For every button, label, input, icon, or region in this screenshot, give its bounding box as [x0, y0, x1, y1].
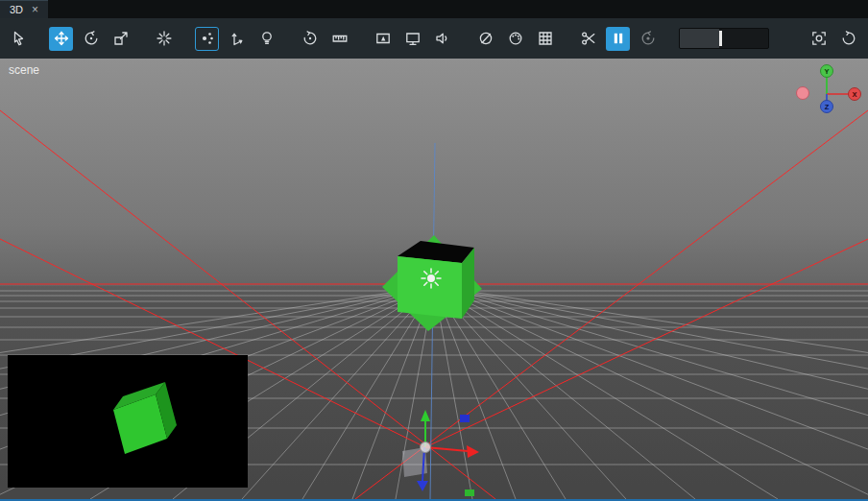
hide-objects-button[interactable] — [473, 27, 497, 51]
lightbulb-icon — [258, 30, 276, 47]
vertex-snap-toggle[interactable] — [195, 27, 219, 51]
toolbar — [0, 18, 868, 59]
reset-camera-button[interactable] — [836, 27, 860, 51]
orbit-camera-button[interactable] — [298, 27, 322, 51]
capture-icon — [810, 30, 828, 47]
dots-icon — [199, 30, 216, 47]
tab-3d[interactable]: 3D × — [0, 0, 48, 18]
rotate-icon — [83, 30, 100, 47]
ruler-button[interactable] — [327, 27, 351, 51]
cut-tool-button[interactable] — [576, 27, 600, 51]
grid-icon — [537, 30, 554, 47]
scissors-icon — [580, 30, 597, 47]
speaker-icon — [434, 30, 451, 47]
gizmo-blue-handle[interactable] — [460, 415, 470, 422]
axis-negative-ball[interactable] — [797, 87, 809, 100]
axis-gizmo-toggle[interactable] — [225, 27, 249, 51]
pause-button[interactable] — [606, 27, 630, 51]
loop-icon — [639, 30, 657, 47]
orbit-icon — [301, 30, 319, 47]
camera-monitor-icon — [374, 30, 392, 47]
palette-icon — [507, 30, 524, 47]
move-tool-button[interactable] — [49, 27, 73, 51]
preview-window — [8, 355, 248, 488]
ruler-icon — [331, 30, 349, 47]
loop-button[interactable] — [636, 27, 660, 51]
camera-view-button[interactable] — [371, 27, 395, 51]
gizmo-center[interactable] — [421, 442, 431, 453]
viewport[interactable]: Y X Z scene — [0, 59, 868, 501]
select-tool-button[interactable] — [6, 27, 30, 51]
light-gizmo[interactable] — [422, 269, 441, 288]
rotate-tool-button[interactable] — [79, 27, 103, 51]
axis-y-label: Y — [824, 67, 829, 76]
eye-slash-icon — [477, 30, 494, 47]
capture-screenshot-button[interactable] — [807, 27, 831, 51]
app-window: 3D × — [0, 0, 868, 501]
slider-fill — [680, 29, 719, 48]
orientation-gizmo[interactable]: Y X Z — [797, 65, 861, 113]
axis-x-label: X — [852, 90, 856, 99]
viewport-canvas[interactable]: Y X Z — [0, 59, 868, 499]
tab-title: 3D — [10, 4, 23, 15]
audio-button[interactable] — [430, 27, 454, 51]
monitor-view-button[interactable] — [400, 27, 424, 51]
starburst-icon — [156, 30, 173, 47]
center-pivot-button[interactable] — [152, 27, 176, 51]
move-arrows-icon — [53, 30, 70, 47]
monitor-icon — [404, 30, 422, 47]
tab-close-icon[interactable]: × — [32, 4, 38, 15]
slider-handle[interactable] — [719, 31, 722, 46]
scene-label: scene — [9, 63, 39, 77]
reset-icon — [840, 30, 857, 47]
tab-bar: 3D × — [0, 0, 868, 18]
light-toggle-button[interactable] — [254, 27, 278, 51]
axis-arrow-icon — [229, 30, 246, 47]
grid-toggle-button[interactable] — [533, 27, 557, 51]
scale-icon — [112, 30, 130, 47]
pointer-icon — [10, 30, 27, 47]
gizmo-green-handle[interactable] — [465, 489, 474, 496]
axis-z-label: Z — [825, 103, 830, 111]
playback-speed-slider[interactable] — [679, 28, 769, 49]
toolbar-right-group — [807, 27, 862, 51]
pause-icon — [610, 30, 627, 47]
scale-tool-button[interactable] — [108, 27, 133, 51]
materials-button[interactable] — [503, 27, 527, 51]
